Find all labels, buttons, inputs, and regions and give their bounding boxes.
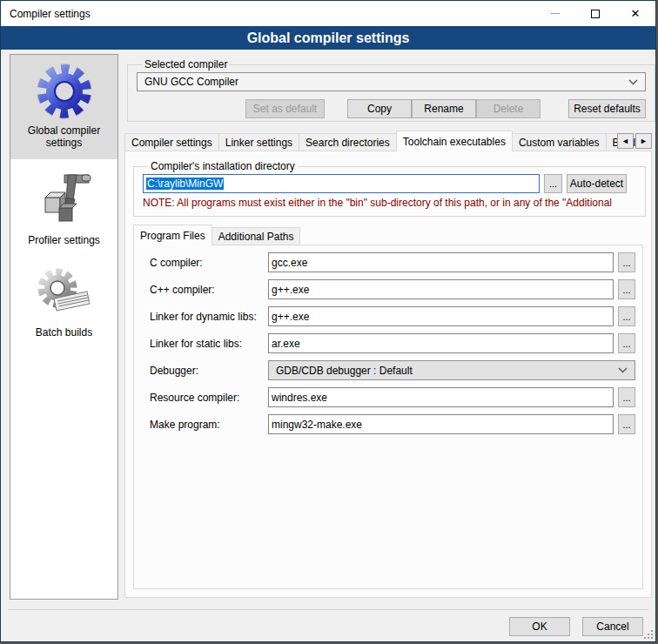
sidebar-item-label: Profiler settings xyxy=(21,234,108,246)
settings-sidebar: Global compiler settings Profiler settin… xyxy=(10,54,118,600)
caliper-icon xyxy=(33,171,96,232)
sidebar-item-label: Batch builds xyxy=(21,326,108,339)
close-button[interactable]: ✕ xyxy=(615,1,655,26)
field-label: C++ compiler: xyxy=(150,284,268,296)
chevron-down-icon xyxy=(618,367,628,373)
copy-button[interactable]: Copy xyxy=(347,99,412,118)
selected-compiler-legend: Selected compiler xyxy=(142,58,230,70)
installation-directory-input[interactable]: C:\raylib\MinGW xyxy=(143,174,540,193)
close-icon: ✕ xyxy=(631,8,641,19)
make-program-value: mingw32-make.exe xyxy=(272,419,362,431)
minimize-icon xyxy=(551,13,560,14)
tab-scroll-right-icon[interactable]: ► xyxy=(635,133,652,149)
tab-toolchain-executables[interactable]: Toolchain executables xyxy=(396,131,513,151)
field-row-c-compiler: C compiler: gcc.exe ... xyxy=(150,252,635,272)
resource-compiler-input[interactable]: windres.exe xyxy=(268,387,614,407)
field-label: Linker for dynamic libs: xyxy=(150,311,268,323)
tab-additional-paths[interactable]: Additional Paths xyxy=(212,227,301,245)
field-label: Linker for static libs: xyxy=(150,338,268,350)
field-row-resource-compiler: Resource compiler: windres.exe ... xyxy=(150,387,635,407)
field-row-make-program: Make program: mingw32-make.exe ... xyxy=(150,414,635,434)
rename-button[interactable]: Rename xyxy=(412,99,476,118)
installation-directory-browse-button[interactable]: ... xyxy=(544,174,562,193)
resize-grip[interactable] xyxy=(643,629,654,640)
field-label: C compiler: xyxy=(150,257,268,269)
chevron-down-icon xyxy=(628,79,638,85)
browse-button[interactable]: ... xyxy=(618,252,635,272)
field-row-cpp-compiler: C++ compiler: g++.exe ... xyxy=(150,279,635,299)
tab-scroll-left-icon[interactable]: ◄ xyxy=(617,133,634,149)
installation-directory-value: C:\raylib\MinGW xyxy=(146,178,224,190)
banner-title: Global compiler settings xyxy=(247,30,410,46)
selected-compiler-group: Selected compiler GNU GCC Compiler Set a… xyxy=(127,58,655,122)
sidebar-item-profiler-settings[interactable]: Profiler settings xyxy=(10,164,118,246)
tab-scroll-buttons: ◄ ► xyxy=(617,133,652,149)
tab-linker-settings[interactable]: Linker settings xyxy=(218,133,299,151)
debugger-select[interactable]: GDB/CDB debugger : Default xyxy=(268,360,635,380)
field-label: Make program: xyxy=(150,419,268,431)
auto-detect-button[interactable]: Auto-detect xyxy=(567,174,627,193)
sidebar-item-batch-builds[interactable]: Batch builds xyxy=(10,257,118,339)
browse-button[interactable]: ... xyxy=(618,333,635,353)
program-files-tabstrip: Program Files Additional Paths xyxy=(133,225,299,245)
field-row-dynamic-linker: Linker for dynamic libs: g++.exe ... xyxy=(150,306,635,326)
cpp-compiler-input[interactable]: g++.exe xyxy=(268,279,614,299)
dialog-banner: Global compiler settings xyxy=(1,26,655,50)
compiler-select-value: GNU GCC Compiler xyxy=(144,76,628,88)
title-bar: Compiler settings ✕ xyxy=(1,1,655,26)
compiler-select[interactable]: GNU GCC Compiler xyxy=(137,72,646,91)
make-program-input[interactable]: mingw32-make.exe xyxy=(268,414,614,434)
c-compiler-value: gcc.exe xyxy=(272,257,307,269)
delete-button[interactable]: Delete xyxy=(476,99,540,118)
cpp-compiler-value: g++.exe xyxy=(272,284,309,296)
field-row-debugger: Debugger: GDB/CDB debugger : Default xyxy=(150,360,635,380)
field-label: Debugger: xyxy=(150,365,268,377)
window-title: Compiler settings xyxy=(1,8,535,20)
settings-tabstrip: Compiler settings Linker settings Search… xyxy=(124,131,652,151)
static-linker-value: ar.exe xyxy=(272,338,300,350)
ok-button[interactable]: OK xyxy=(509,617,570,636)
set-as-default-button[interactable]: Set as default xyxy=(245,99,325,118)
program-files-page: C compiler: gcc.exe ... C++ compiler: g+… xyxy=(133,245,643,589)
installation-directory-row: C:\raylib\MinGW ... Auto-detect xyxy=(143,174,636,193)
field-label: Resource compiler: xyxy=(150,392,268,404)
browse-button[interactable]: ... xyxy=(618,414,635,434)
cancel-button[interactable]: Cancel xyxy=(582,617,643,636)
maximize-button[interactable] xyxy=(575,1,615,26)
dynamic-linker-input[interactable]: g++.exe xyxy=(268,306,614,326)
tab-compiler-settings[interactable]: Compiler settings xyxy=(124,133,219,151)
installation-directory-legend: Compiler's installation directory xyxy=(148,160,298,172)
installation-directory-group: Compiler's installation directory C:\ray… xyxy=(133,160,646,217)
dialog-footer: OK Cancel xyxy=(8,609,648,642)
maximize-icon xyxy=(591,10,600,18)
field-row-static-linker: Linker for static libs: ar.exe ... xyxy=(150,333,635,353)
compiler-buttons-row: Set as default Copy Rename Delete Reset … xyxy=(137,99,646,118)
browse-button[interactable]: ... xyxy=(618,279,635,299)
c-compiler-input[interactable]: gcc.exe xyxy=(268,252,614,272)
sidebar-item-label: Global compiler settings xyxy=(21,124,108,149)
browse-button[interactable]: ... xyxy=(618,387,635,407)
tab-custom-variables[interactable]: Custom variables xyxy=(512,133,607,151)
gray-gear-papers-icon xyxy=(33,264,96,325)
resource-compiler-value: windres.exe xyxy=(272,392,327,404)
toolchain-executables-page: Compiler's installation directory C:\ray… xyxy=(124,151,652,598)
static-linker-input[interactable]: ar.exe xyxy=(268,333,614,353)
bin-subdirectory-note: NOTE: All programs must exist either in … xyxy=(143,197,636,209)
debugger-select-value: GDB/CDB debugger : Default xyxy=(276,365,618,377)
caption-buttons: ✕ xyxy=(535,1,655,26)
blue-gear-icon xyxy=(33,62,96,123)
sidebar-item-global-compiler-settings[interactable]: Global compiler settings xyxy=(10,55,118,159)
tab-search-directories[interactable]: Search directories xyxy=(299,133,397,151)
browse-button[interactable]: ... xyxy=(618,306,635,326)
minimize-button[interactable] xyxy=(535,1,575,26)
reset-defaults-button[interactable]: Reset defaults xyxy=(568,99,646,118)
compiler-settings-dialog: Compiler settings ✕ Global compiler sett… xyxy=(0,0,656,642)
dynamic-linker-value: g++.exe xyxy=(272,311,309,323)
tab-program-files[interactable]: Program Files xyxy=(133,225,212,245)
